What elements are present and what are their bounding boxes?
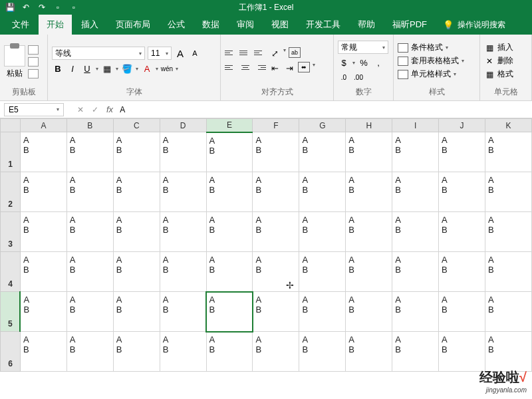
col-header-A[interactable]: A: [20, 119, 66, 132]
cell-E2[interactable]: A B: [206, 172, 253, 212]
underline-button[interactable]: U: [81, 63, 93, 74]
align-top-icon[interactable]: [225, 47, 237, 58]
shrink-font-icon[interactable]: A: [189, 47, 201, 59]
tell-me-input[interactable]: 操作说明搜索: [458, 19, 505, 31]
cell-G4[interactable]: A B: [299, 252, 346, 292]
cell-E3[interactable]: A B: [206, 212, 253, 252]
col-header-F[interactable]: F: [253, 119, 299, 132]
bold-button[interactable]: B: [52, 63, 64, 74]
insert-cells-button[interactable]: ▦插入: [484, 42, 513, 53]
cell-J2[interactable]: A B: [439, 172, 485, 212]
cell-G6[interactable]: A B: [299, 332, 346, 372]
row-header-6[interactable]: 6: [1, 332, 21, 372]
row-header-5[interactable]: 5: [1, 292, 21, 332]
wrap-text-icon[interactable]: ab: [289, 47, 301, 58]
conditional-format-button[interactable]: 条件格式▾: [398, 42, 448, 53]
cell-B4[interactable]: A B: [66, 252, 113, 292]
cell-C1[interactable]: A B: [113, 132, 160, 172]
cell-K6[interactable]: A B: [485, 332, 532, 372]
cell-H5[interactable]: A B: [346, 292, 392, 332]
cell-K3[interactable]: A B: [485, 212, 532, 252]
align-left-icon[interactable]: [225, 62, 237, 72]
format-cells-button[interactable]: ▦格式: [484, 68, 513, 80]
save-icon[interactable]: 💾: [5, 3, 15, 12]
tab-foxit[interactable]: 福昕PDF: [384, 15, 435, 35]
cell-H6[interactable]: A B: [346, 332, 392, 372]
cell-G2[interactable]: A B: [299, 172, 346, 212]
cell-D2[interactable]: A B: [160, 172, 206, 212]
cell-A1[interactable]: A B: [20, 132, 66, 172]
tab-view[interactable]: 视图: [263, 15, 297, 35]
col-header-I[interactable]: I: [392, 119, 439, 132]
inc-indent-icon[interactable]: ⇥: [283, 62, 295, 74]
inc-decimal-icon[interactable]: .0: [338, 71, 350, 83]
grow-font-icon[interactable]: A: [174, 47, 186, 59]
col-header-K[interactable]: K: [485, 119, 532, 132]
cell-D1[interactable]: A B: [160, 132, 206, 172]
align-middle-icon[interactable]: [239, 47, 251, 58]
cell-A5[interactable]: A B: [20, 292, 66, 332]
cell-C3[interactable]: A B: [113, 212, 160, 252]
cell-styles-button[interactable]: 单元格样式▾: [398, 68, 456, 80]
percent-icon[interactable]: %: [358, 57, 370, 68]
cell-H1[interactable]: A B: [346, 132, 392, 172]
format-painter-icon[interactable]: [28, 69, 39, 78]
cell-B2[interactable]: A B: [66, 172, 113, 212]
cell-D3[interactable]: A B: [160, 212, 206, 252]
col-header-B[interactable]: B: [66, 119, 113, 132]
col-header-J[interactable]: J: [439, 119, 485, 132]
cell-J6[interactable]: A B: [439, 332, 485, 372]
align-bottom-icon[interactable]: [254, 47, 266, 58]
italic-button[interactable]: I: [66, 63, 78, 74]
cell-F3[interactable]: A B: [253, 212, 299, 252]
cell-F5[interactable]: A B: [253, 292, 299, 332]
cell-C6[interactable]: A B: [113, 332, 160, 372]
cell-J5[interactable]: A B: [439, 292, 485, 332]
dec-decimal-icon[interactable]: .00: [352, 71, 364, 83]
align-center-icon[interactable]: [239, 62, 251, 72]
cell-J4[interactable]: A B: [439, 252, 485, 292]
row-header-1[interactable]: 1: [1, 132, 21, 172]
cell-E6[interactable]: A B: [206, 332, 253, 372]
row-header-3[interactable]: 3: [1, 212, 21, 252]
cell-I1[interactable]: A B: [392, 132, 439, 172]
font-color-icon[interactable]: A: [141, 63, 153, 74]
cell-F1[interactable]: A B: [253, 132, 299, 172]
tab-insert[interactable]: 插入: [73, 15, 106, 35]
ruby-icon[interactable]: wén: [161, 63, 173, 74]
col-header-H[interactable]: H: [346, 119, 392, 132]
cell-F2[interactable]: A B: [253, 172, 299, 212]
row-header-4[interactable]: 4: [1, 252, 21, 292]
border-icon[interactable]: ▦: [101, 63, 113, 74]
cell-A4[interactable]: A B: [20, 252, 66, 292]
cell-H2[interactable]: A B: [346, 172, 392, 212]
cell-I3[interactable]: A B: [392, 212, 439, 252]
cell-K5[interactable]: A B: [485, 292, 532, 332]
cell-B5[interactable]: A B: [66, 292, 113, 332]
font-name-select[interactable]: 等线▾: [52, 47, 145, 60]
currency-icon[interactable]: $: [338, 57, 350, 68]
cell-E1[interactable]: A B: [206, 132, 253, 172]
tab-file[interactable]: 文件: [4, 15, 37, 35]
cell-B1[interactable]: A B: [66, 132, 113, 172]
tab-home[interactable]: 开始: [39, 15, 72, 35]
table-format-button[interactable]: 套用表格格式▾: [398, 55, 464, 66]
number-format-select[interactable]: 常规▾: [338, 41, 388, 54]
cell-B6[interactable]: A B: [66, 332, 113, 372]
cell-A2[interactable]: A B: [20, 172, 66, 212]
paste-button[interactable]: 粘贴: [4, 45, 25, 79]
col-header-G[interactable]: G: [299, 119, 346, 132]
orientation-icon[interactable]: ⤢: [269, 47, 281, 59]
tab-review[interactable]: 审阅: [229, 15, 262, 35]
tab-formulas[interactable]: 公式: [160, 15, 193, 35]
cell-G5[interactable]: A B: [299, 292, 346, 332]
col-header-C[interactable]: C: [113, 119, 160, 132]
merge-icon[interactable]: ⬌: [298, 62, 310, 72]
cell-K4[interactable]: A B: [485, 252, 532, 292]
comma-icon[interactable]: ,: [372, 57, 384, 68]
cell-G1[interactable]: A B: [299, 132, 346, 172]
cell-D6[interactable]: A B: [160, 332, 206, 372]
cell-I4[interactable]: A B: [392, 252, 439, 292]
cell-C5[interactable]: A B: [113, 292, 160, 332]
fx-icon[interactable]: fx: [106, 104, 113, 114]
